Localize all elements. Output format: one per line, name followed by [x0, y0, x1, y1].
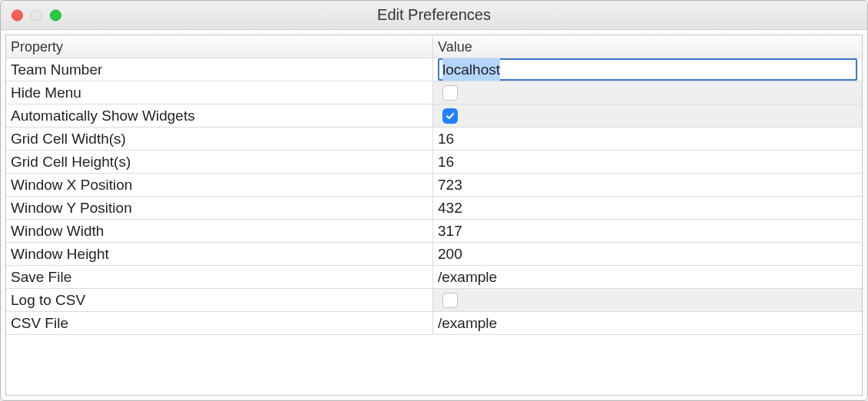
table-row: Window Width317 [6, 220, 862, 243]
table-row: Window Height200 [6, 243, 862, 266]
close-icon[interactable] [12, 9, 23, 21]
value-text[interactable]: 16 [438, 151, 454, 173]
value-text[interactable]: localhost [442, 58, 500, 81]
table-row: CSV File/example [6, 312, 862, 335]
property-cell[interactable]: CSV File [6, 312, 433, 334]
value-text[interactable]: 432 [438, 197, 462, 219]
value-checkbox[interactable] [442, 108, 458, 124]
value-cell[interactable] [433, 104, 862, 127]
window-title: Edit Preferences [1, 6, 867, 24]
value-cell[interactable]: 16 [433, 151, 862, 173]
property-cell[interactable]: Team Number [6, 58, 433, 81]
value-checkbox[interactable] [442, 85, 458, 101]
value-edit[interactable]: localhost [438, 58, 857, 81]
value-text[interactable]: 200 [438, 243, 462, 265]
property-cell[interactable]: Log to CSV [6, 289, 433, 311]
table-row: Grid Cell Height(s)16 [6, 151, 862, 174]
value-cell[interactable]: 200 [433, 243, 862, 265]
preferences-table: PropertyValueTeam NumberlocalhostHide Me… [5, 35, 863, 396]
property-cell[interactable]: Window Y Position [6, 197, 433, 219]
value-cell[interactable]: 317 [433, 220, 862, 242]
value-text[interactable]: 723 [438, 174, 462, 196]
value-cell[interactable] [433, 81, 862, 104]
value-cell[interactable] [433, 289, 862, 311]
property-cell[interactable]: Grid Cell Height(s) [6, 151, 433, 173]
value-cell[interactable]: 723 [433, 174, 862, 196]
property-cell[interactable]: Window Height [6, 243, 433, 265]
table-row: Hide Menu [6, 81, 862, 104]
value-text[interactable]: 317 [438, 220, 462, 242]
property-cell[interactable]: Grid Cell Width(s) [6, 128, 433, 150]
value-text[interactable]: /example [438, 266, 497, 288]
table-row: Team Numberlocalhost [6, 58, 862, 81]
property-cell[interactable]: Save File [6, 266, 433, 288]
value-cell[interactable]: localhost [433, 58, 862, 81]
property-cell[interactable]: Window Width [6, 220, 433, 242]
preferences-window: Edit Preferences PropertyValueTeam Numbe… [0, 0, 868, 401]
property-cell[interactable]: Automatically Show Widgets [6, 104, 433, 127]
zoom-icon[interactable] [50, 9, 61, 21]
table-row: Log to CSV [6, 289, 862, 312]
value-text[interactable]: /example [438, 312, 497, 334]
value-text[interactable]: 16 [438, 128, 454, 150]
value-cell[interactable]: 16 [433, 128, 862, 150]
property-cell[interactable]: Hide Menu [6, 81, 433, 104]
traffic-lights [12, 9, 61, 21]
content-area: PropertyValueTeam NumberlocalhostHide Me… [1, 30, 867, 400]
value-cell[interactable]: /example [433, 266, 862, 288]
table-row: Automatically Show Widgets [6, 104, 862, 128]
table-row: Save File/example [6, 266, 862, 289]
value-checkbox[interactable] [442, 293, 458, 308]
table-header: PropertyValue [6, 35, 862, 58]
table-row: Window Y Position432 [6, 197, 862, 220]
minimize-icon [31, 9, 42, 21]
table-row: Grid Cell Width(s)16 [6, 128, 862, 151]
header-property[interactable]: Property [6, 35, 433, 58]
titlebar[interactable]: Edit Preferences [1, 1, 867, 30]
table-row: Window X Position723 [6, 174, 862, 197]
value-cell[interactable]: /example [433, 312, 862, 334]
value-cell[interactable]: 432 [433, 197, 862, 219]
property-cell[interactable]: Window X Position [6, 174, 433, 196]
header-value[interactable]: Value [433, 35, 862, 58]
